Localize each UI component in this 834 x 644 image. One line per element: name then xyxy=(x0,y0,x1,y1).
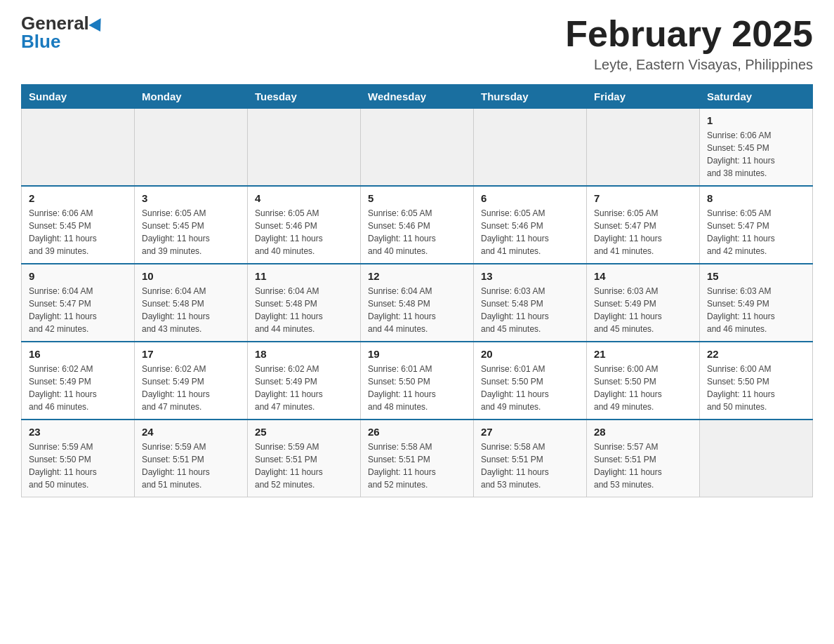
calendar-cell: 25Sunrise: 5:59 AM Sunset: 5:51 PM Dayli… xyxy=(248,420,361,497)
calendar-cell xyxy=(135,109,248,187)
calendar-cell: 21Sunrise: 6:00 AM Sunset: 5:50 PM Dayli… xyxy=(587,342,700,420)
calendar-cell: 16Sunrise: 6:02 AM Sunset: 5:49 PM Dayli… xyxy=(22,342,135,420)
logo-triangle-icon xyxy=(88,18,106,35)
calendar-cell: 26Sunrise: 5:58 AM Sunset: 5:51 PM Dayli… xyxy=(361,420,474,497)
calendar-week-row: 9Sunrise: 6:04 AM Sunset: 5:47 PM Daylig… xyxy=(22,264,813,342)
calendar-cell: 7Sunrise: 6:05 AM Sunset: 5:47 PM Daylig… xyxy=(587,186,700,264)
weekday-header-sunday: Sunday xyxy=(22,85,135,109)
day-info: Sunrise: 6:04 AM Sunset: 5:47 PM Dayligh… xyxy=(29,285,127,335)
weekday-header-saturday: Saturday xyxy=(700,85,813,109)
day-number: 20 xyxy=(481,348,579,360)
month-title: February 2025 xyxy=(565,14,813,54)
calendar-cell: 18Sunrise: 6:02 AM Sunset: 5:49 PM Dayli… xyxy=(248,342,361,420)
calendar-cell: 12Sunrise: 6:04 AM Sunset: 5:48 PM Dayli… xyxy=(361,264,474,342)
calendar-cell: 20Sunrise: 6:01 AM Sunset: 5:50 PM Dayli… xyxy=(474,342,587,420)
day-info: Sunrise: 6:06 AM Sunset: 5:45 PM Dayligh… xyxy=(707,129,805,180)
day-info: Sunrise: 6:00 AM Sunset: 5:50 PM Dayligh… xyxy=(707,363,805,413)
day-number: 24 xyxy=(142,426,240,438)
logo: General Blue xyxy=(21,14,105,51)
calendar-cell xyxy=(248,109,361,187)
day-info: Sunrise: 6:05 AM Sunset: 5:46 PM Dayligh… xyxy=(481,207,579,257)
weekday-header-row: SundayMondayTuesdayWednesdayThursdayFrid… xyxy=(22,85,813,109)
day-info: Sunrise: 5:59 AM Sunset: 5:51 PM Dayligh… xyxy=(142,441,240,491)
day-number: 19 xyxy=(368,348,466,360)
calendar-cell: 2Sunrise: 6:06 AM Sunset: 5:45 PM Daylig… xyxy=(22,186,135,264)
weekday-header-monday: Monday xyxy=(135,85,248,109)
day-number: 22 xyxy=(707,348,805,360)
day-info: Sunrise: 6:03 AM Sunset: 5:48 PM Dayligh… xyxy=(481,285,579,335)
day-number: 3 xyxy=(142,192,240,204)
calendar-cell xyxy=(700,420,813,497)
day-number: 17 xyxy=(142,348,240,360)
day-number: 9 xyxy=(29,270,127,282)
calendar-cell: 24Sunrise: 5:59 AM Sunset: 5:51 PM Dayli… xyxy=(135,420,248,497)
day-number: 1 xyxy=(707,114,805,126)
day-info: Sunrise: 6:01 AM Sunset: 5:50 PM Dayligh… xyxy=(481,363,579,413)
day-info: Sunrise: 6:04 AM Sunset: 5:48 PM Dayligh… xyxy=(368,285,466,335)
day-number: 14 xyxy=(594,270,692,282)
day-number: 8 xyxy=(707,192,805,204)
day-info: Sunrise: 6:05 AM Sunset: 5:47 PM Dayligh… xyxy=(594,207,692,257)
calendar-cell: 27Sunrise: 5:58 AM Sunset: 5:51 PM Dayli… xyxy=(474,420,587,497)
day-info: Sunrise: 5:59 AM Sunset: 5:51 PM Dayligh… xyxy=(255,441,353,491)
logo-general-line: General xyxy=(21,14,105,32)
day-info: Sunrise: 6:00 AM Sunset: 5:50 PM Dayligh… xyxy=(594,363,692,413)
calendar-cell: 14Sunrise: 6:03 AM Sunset: 5:49 PM Dayli… xyxy=(587,264,700,342)
day-info: Sunrise: 6:05 AM Sunset: 5:46 PM Dayligh… xyxy=(255,207,353,257)
day-number: 16 xyxy=(29,348,127,360)
calendar-cell: 4Sunrise: 6:05 AM Sunset: 5:46 PM Daylig… xyxy=(248,186,361,264)
calendar-cell: 17Sunrise: 6:02 AM Sunset: 5:49 PM Dayli… xyxy=(135,342,248,420)
day-info: Sunrise: 6:05 AM Sunset: 5:47 PM Dayligh… xyxy=(707,207,805,257)
weekday-header-thursday: Thursday xyxy=(474,85,587,109)
calendar-cell xyxy=(474,109,587,187)
day-info: Sunrise: 6:05 AM Sunset: 5:46 PM Dayligh… xyxy=(368,207,466,257)
calendar-cell: 10Sunrise: 6:04 AM Sunset: 5:48 PM Dayli… xyxy=(135,264,248,342)
day-number: 6 xyxy=(481,192,579,204)
calendar-cell: 22Sunrise: 6:00 AM Sunset: 5:50 PM Dayli… xyxy=(700,342,813,420)
calendar-cell: 1Sunrise: 6:06 AM Sunset: 5:45 PM Daylig… xyxy=(700,109,813,187)
calendar-week-row: 16Sunrise: 6:02 AM Sunset: 5:49 PM Dayli… xyxy=(22,342,813,420)
calendar-cell: 15Sunrise: 6:03 AM Sunset: 5:49 PM Dayli… xyxy=(700,264,813,342)
day-info: Sunrise: 6:03 AM Sunset: 5:49 PM Dayligh… xyxy=(594,285,692,335)
day-info: Sunrise: 5:58 AM Sunset: 5:51 PM Dayligh… xyxy=(368,441,466,491)
day-info: Sunrise: 5:57 AM Sunset: 5:51 PM Dayligh… xyxy=(594,441,692,491)
day-info: Sunrise: 6:03 AM Sunset: 5:49 PM Dayligh… xyxy=(707,285,805,335)
day-number: 11 xyxy=(255,270,353,282)
day-number: 21 xyxy=(594,348,692,360)
day-number: 10 xyxy=(142,270,240,282)
day-number: 13 xyxy=(481,270,579,282)
calendar-table: SundayMondayTuesdayWednesdayThursdayFrid… xyxy=(21,84,813,497)
day-number: 4 xyxy=(255,192,353,204)
day-info: Sunrise: 5:58 AM Sunset: 5:51 PM Dayligh… xyxy=(481,441,579,491)
day-number: 28 xyxy=(594,426,692,438)
day-number: 7 xyxy=(594,192,692,204)
page-header: General Blue February 2025 Leyte, Easter… xyxy=(21,14,813,73)
day-info: Sunrise: 6:01 AM Sunset: 5:50 PM Dayligh… xyxy=(368,363,466,413)
weekday-header-wednesday: Wednesday xyxy=(361,85,474,109)
day-number: 15 xyxy=(707,270,805,282)
calendar-cell: 11Sunrise: 6:04 AM Sunset: 5:48 PM Dayli… xyxy=(248,264,361,342)
logo-blue-text: Blue xyxy=(21,31,60,52)
day-number: 18 xyxy=(255,348,353,360)
day-info: Sunrise: 5:59 AM Sunset: 5:50 PM Dayligh… xyxy=(29,441,127,491)
location-title: Leyte, Eastern Visayas, Philippines xyxy=(565,57,813,73)
calendar-cell: 6Sunrise: 6:05 AM Sunset: 5:46 PM Daylig… xyxy=(474,186,587,264)
weekday-header-friday: Friday xyxy=(587,85,700,109)
day-info: Sunrise: 6:02 AM Sunset: 5:49 PM Dayligh… xyxy=(29,363,127,413)
calendar-week-row: 1Sunrise: 6:06 AM Sunset: 5:45 PM Daylig… xyxy=(22,109,813,187)
day-info: Sunrise: 6:06 AM Sunset: 5:45 PM Dayligh… xyxy=(29,207,127,257)
calendar-cell: 28Sunrise: 5:57 AM Sunset: 5:51 PM Dayli… xyxy=(587,420,700,497)
calendar-cell xyxy=(22,109,135,187)
calendar-cell xyxy=(587,109,700,187)
calendar-cell: 8Sunrise: 6:05 AM Sunset: 5:47 PM Daylig… xyxy=(700,186,813,264)
calendar-cell xyxy=(361,109,474,187)
day-info: Sunrise: 6:05 AM Sunset: 5:45 PM Dayligh… xyxy=(142,207,240,257)
weekday-header-tuesday: Tuesday xyxy=(248,85,361,109)
calendar-week-row: 23Sunrise: 5:59 AM Sunset: 5:50 PM Dayli… xyxy=(22,420,813,497)
day-info: Sunrise: 6:02 AM Sunset: 5:49 PM Dayligh… xyxy=(255,363,353,413)
calendar-cell: 5Sunrise: 6:05 AM Sunset: 5:46 PM Daylig… xyxy=(361,186,474,264)
day-number: 5 xyxy=(368,192,466,204)
calendar-cell: 23Sunrise: 5:59 AM Sunset: 5:50 PM Dayli… xyxy=(22,420,135,497)
logo-blue-line: Blue xyxy=(21,32,60,51)
day-number: 23 xyxy=(29,426,127,438)
